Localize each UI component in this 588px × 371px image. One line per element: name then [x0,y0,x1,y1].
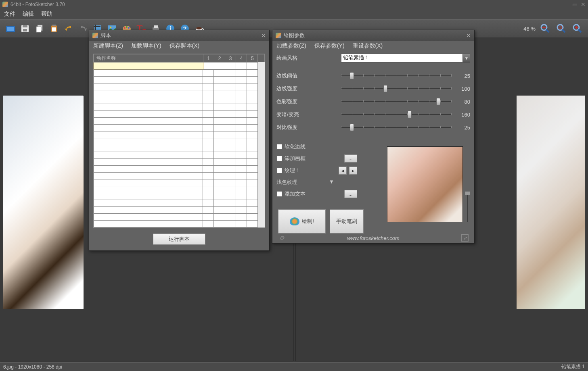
table-row[interactable] [94,207,265,214]
table-row[interactable] [94,221,265,227]
redo-icon[interactable] [77,22,90,35]
params-dialog: 绘图参数 ✕ 加载参数(Z) 保存参数(Y) 重设参数(X) 绘画风格 铅笔素描… [272,30,475,244]
script-new[interactable]: 新建脚本(Z) [93,42,123,50]
window-title: 64bit - FotoSketcher 3.70 [10,2,65,7]
brush-button[interactable]: 手动笔刷 [330,209,364,233]
close-button[interactable]: ✕ [581,1,586,8]
zoom-fit-icon[interactable] [555,22,568,35]
svg-point-14 [124,27,126,29]
menu-edit[interactable]: 编辑 [23,10,34,18]
col-3[interactable]: 3 [225,54,236,63]
style-label: 绘画风格 [276,54,341,62]
status-left: 6.jpg - 1920x1080 - 256 dpi [3,364,62,370]
col-action-name[interactable]: 动作名称 [94,54,203,63]
slider-4[interactable] [341,124,452,131]
col-scroll [258,54,265,63]
table-row[interactable] [94,179,265,186]
slider-value-3: 160 [456,112,470,118]
col-4[interactable]: 4 [236,54,247,63]
table-row[interactable] [94,104,265,111]
style-dropdown-icon[interactable]: ▼ [463,54,470,63]
table-row[interactable] [94,193,265,200]
script-title-bar[interactable]: 脚本 ✕ [89,30,269,41]
params-title-bar[interactable]: 绘图参数 ✕ [272,30,474,41]
style-select[interactable]: 铅笔素描 1 [341,54,463,63]
svg-point-26 [196,27,202,29]
table-row[interactable] [94,83,265,90]
col-2[interactable]: 2 [214,54,225,63]
slider-label-4: 对比强度 [276,124,341,131]
slider-label-1: 边线强度 [276,85,341,92]
params-body: 绘画风格 铅笔素描 1 ▼ 边线阈值 25边线强度 100色彩强度 80变暗/变… [272,51,474,243]
undo-icon[interactable] [62,22,75,35]
table-row[interactable] [94,152,265,159]
texture-next-button[interactable]: ► [349,167,357,175]
table-row[interactable] [94,186,265,193]
table-row[interactable] [94,97,265,104]
table-row[interactable] [94,145,265,152]
draw-button[interactable]: 绘制! [278,209,326,233]
status-right: 铅笔素描 1 [561,363,585,370]
table-row[interactable] [94,166,265,173]
params-save[interactable]: 保存参数(Y) [314,42,345,50]
texture-prev-button[interactable]: ◄ [339,167,347,175]
paste-icon[interactable] [48,22,61,35]
table-row[interactable] [94,70,265,77]
table-row[interactable] [94,125,265,131]
table-row[interactable] [94,173,265,179]
slider-1[interactable] [341,85,452,92]
dialog-icon [276,33,281,38]
menu-help[interactable]: 帮助 [41,10,52,18]
svg-rect-6 [36,27,41,32]
text-label: 添加文本 [285,190,306,198]
script-load[interactable]: 加载脚本(Y) [131,42,161,50]
params-close-button[interactable]: ✕ [466,32,471,39]
frame-options-button[interactable]: … [344,154,357,163]
table-row[interactable] [94,200,265,207]
script-save[interactable]: 保存脚本(X) [169,42,200,50]
table-row[interactable] [94,138,265,145]
text-checkbox[interactable] [276,191,282,197]
save-icon[interactable] [19,22,31,35]
soften-checkbox[interactable] [276,144,282,150]
run-script-button[interactable]: 运行脚本 [153,233,205,245]
menu-file[interactable]: 文件 [4,10,15,18]
texture-dropdown-icon[interactable]: ▼ [329,179,334,186]
table-row[interactable] [94,77,265,83]
zoom-in-icon[interactable] [571,22,584,35]
script-close-button[interactable]: ✕ [261,32,266,39]
table-row[interactable] [94,131,265,138]
open-icon[interactable] [4,22,17,35]
app-icon [2,2,8,7]
slider-value-1: 100 [456,86,470,92]
table-row[interactable] [94,118,265,125]
params-reset[interactable]: 重设参数(X) [353,42,383,50]
svg-line-31 [562,29,565,32]
slider-2[interactable] [341,98,452,105]
params-load[interactable]: 加载参数(Z) [276,42,306,50]
table-row[interactable] [94,90,265,97]
slider-3[interactable] [341,111,452,118]
texture-checkbox[interactable] [276,168,282,173]
slider-label-0: 边线阈值 [276,72,341,79]
script-table[interactable]: 动作名称 1 2 3 4 5 [93,54,265,228]
table-row[interactable] [94,159,265,166]
texture-select[interactable]: 浅色纹理 [276,179,329,186]
table-scrollbar[interactable] [258,62,265,227]
svg-line-34 [578,29,581,32]
table-row[interactable] [94,111,265,118]
maximize-button[interactable]: ▭ [572,1,578,8]
slider-0[interactable] [341,72,452,79]
preview-image [387,146,463,222]
frame-checkbox[interactable] [276,156,282,161]
copy-icon[interactable] [33,22,46,35]
minimize-button[interactable]: — [563,1,569,8]
col-1[interactable]: 1 [203,54,214,63]
status-bar: 6.jpg - 1920x1080 - 256 dpi 铅笔素描 1 [0,362,588,371]
zoom-out-icon[interactable] [539,22,552,35]
svg-rect-9 [52,27,56,31]
table-row[interactable] [94,214,265,221]
col-5[interactable]: 5 [247,54,258,63]
preview-zoom-slider[interactable] [465,192,470,222]
text-options-button[interactable]: … [344,190,357,198]
